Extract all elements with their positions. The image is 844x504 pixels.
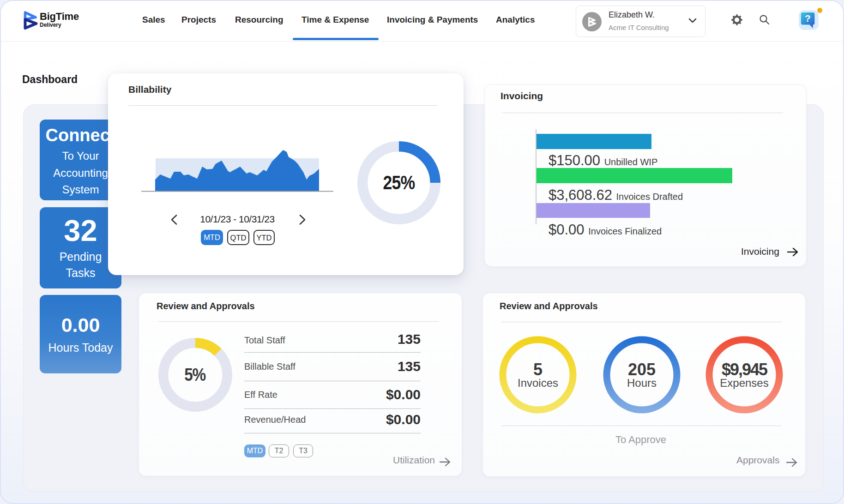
svg-text:?: ? [805, 13, 811, 24]
